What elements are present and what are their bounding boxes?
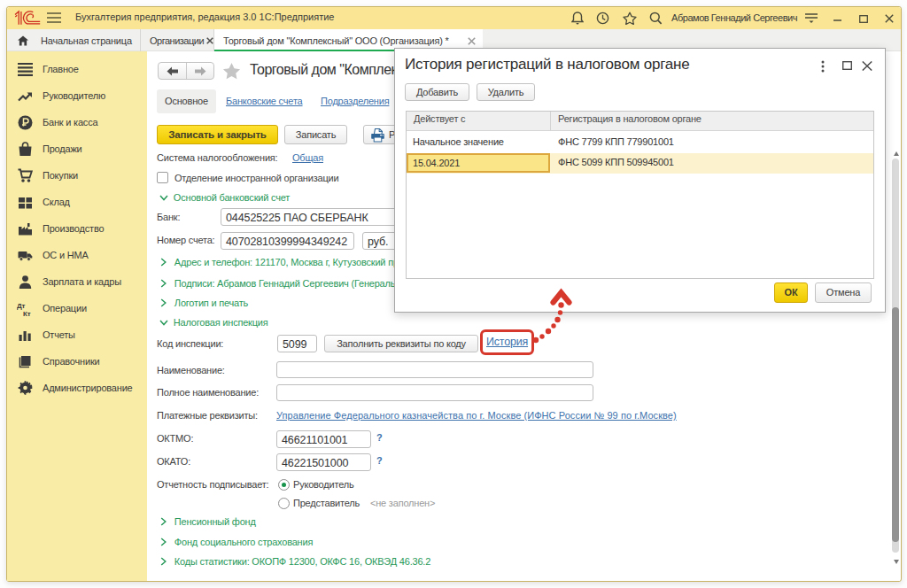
- svg-text:Кт: Кт: [23, 310, 31, 318]
- svg-text:Дт: Дт: [17, 302, 25, 310]
